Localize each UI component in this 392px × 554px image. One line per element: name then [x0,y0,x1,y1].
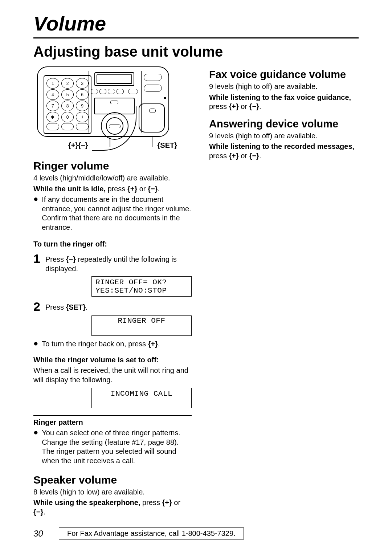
page-number: 30 [33,529,59,539]
handset-icon [139,103,165,133]
step-2: 2 Press {SET}. [33,300,192,313]
minus-key-symbol-3: {−} [33,508,43,516]
minus-key-symbol-5: {−} [249,152,259,160]
speaker-press-word: press [140,498,162,506]
speaker-bold: While using the speakerphone, [33,498,140,506]
key-1: 1 [46,78,59,89]
step2-pre: Press [45,303,66,311]
ans-levels-text: 9 levels (high to off) are available. [209,131,359,141]
ringer-idle-bold: While the unit is idle, [33,185,106,193]
plus-key-symbol-5: {+} [229,152,238,160]
plus-key-symbol: {+} [127,185,137,193]
ringer-back-on-text: To turn the ringer back on, press [42,340,148,348]
key-9: 9 [76,101,89,111]
lcd-icon [94,72,134,86]
while-ringer-off-heading: While the ringer volume is set to off: [33,355,192,365]
ringer-pattern-heading: Ringer pattern [33,418,192,427]
ringer-levels-text: 4 levels (high/middle/low/off) are avail… [33,174,192,183]
chapter-title: Volume [33,12,359,35]
title-rule [33,37,359,38]
ringer-press-word: press [106,185,127,193]
fax-bold-line: While listening to the fax voice guidanc… [209,93,359,102]
minus-key-symbol: {−} [148,185,158,193]
display-incoming-call: INCOMING CALL [91,388,192,408]
turn-ringer-off-heading: To turn the ringer off: [33,240,192,249]
answering-heading: Answering device volume [209,118,359,130]
key-7: 7 [46,101,59,111]
key-8: 8 [61,101,74,111]
ringer-back-on-bullet: ● To turn the ringer back on, press {+}. [33,339,192,349]
plus-key-symbol-3: {+} [162,498,172,506]
key-5: 5 [61,89,74,100]
ringer-note-bullet: ● If any documents are in the document e… [33,195,192,232]
minus-key-symbol-2: {−} [66,255,76,263]
ans-bold-line: While listening to the recorded messages… [209,142,359,151]
while-ringer-off-body: When a call is received, the unit will n… [33,366,192,384]
device-illustration: 1 2 3 4 5 6 7 8 9 ✱ 0 ♯ [37,66,175,150]
footer-assist-text: For Fax Advantage assistance, call 1-800… [59,527,244,539]
step1-pre: Press [45,255,66,263]
set-key-symbol: {SET} [66,303,86,311]
key-star: ✱ [46,112,59,122]
speaker-volume-heading: Speaker volume [33,474,192,486]
section-title: Adjusting base unit volume [33,44,359,60]
ringer-pattern-text: You can select one of three ringer patte… [42,428,192,465]
label-set: {SET} [158,141,177,150]
key-3: 3 [76,78,89,89]
divider [33,415,192,416]
minus-key-symbol-4: {−} [249,102,259,110]
key-0: 0 [61,112,74,122]
key-2: 2 [61,78,74,89]
plus-key-symbol-2: {+} [148,340,158,348]
ans-press-line: press {+} or {−}. [209,151,359,161]
label-plus-minus: {+}{−} [68,141,88,150]
dial-icon [101,112,128,140]
key-6: 6 [76,89,89,100]
plus-key-symbol-4: {+} [229,102,238,110]
ans-press-word: press [209,152,229,160]
step-1: 1 Press {−} repeatedly until the followi… [33,252,192,273]
fax-press-word: press [209,102,229,110]
speaker-instruction: While using the speakerphone, press {+} … [33,498,192,517]
display-ringer-off: RINGER OFF [91,315,192,336]
ringer-note-text: If any documents are in the document ent… [42,195,192,232]
ringer-idle-instruction: While the unit is idle, press {+} or {−}… [33,184,192,194]
fax-guidance-heading: Fax voice guidance volume [209,69,359,81]
ringer-pattern-bullet: ● You can select one of three ringer pat… [33,428,192,465]
ringer-volume-heading: Ringer volume [33,160,192,172]
keypad: 1 2 3 4 5 6 7 8 9 ✱ 0 ♯ [44,75,91,134]
speaker-levels-text: 8 levels (high to low) are available. [33,488,192,497]
key-hash: ♯ [76,112,89,122]
fax-press-line: press {+} or {−}. [209,102,359,111]
key-4: 4 [46,89,59,100]
fax-levels-text: 9 levels (high to off) are available. [209,82,359,91]
display-ringer-off-prompt: RINGER OFF= OK? YES:SET/NO:STOP [91,276,192,297]
